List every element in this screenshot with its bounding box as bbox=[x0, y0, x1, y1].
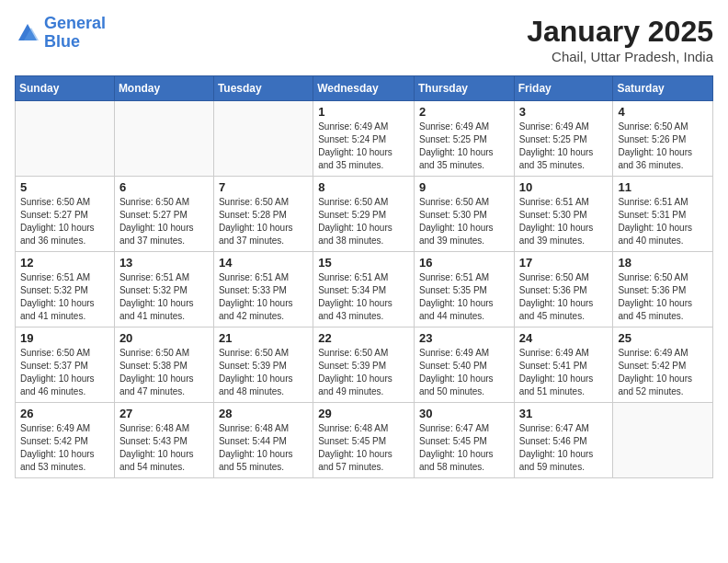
day-number: 24 bbox=[519, 331, 609, 345]
day-number: 13 bbox=[119, 256, 209, 270]
day-number: 16 bbox=[419, 256, 509, 270]
day-info: Sunrise: 6:50 AM Sunset: 5:27 PM Dayligh… bbox=[20, 196, 109, 247]
calendar-cell: 23Sunrise: 6:49 AM Sunset: 5:40 PM Dayli… bbox=[414, 327, 514, 403]
day-number: 14 bbox=[219, 256, 308, 270]
day-info: Sunrise: 6:49 AM Sunset: 5:25 PM Dayligh… bbox=[419, 121, 509, 172]
calendar-cell: 6Sunrise: 6:50 AM Sunset: 5:27 PM Daylig… bbox=[114, 177, 213, 252]
calendar-week-row: 1Sunrise: 6:49 AM Sunset: 5:24 PM Daylig… bbox=[16, 101, 713, 177]
calendar-cell: 8Sunrise: 6:50 AM Sunset: 5:29 PM Daylig… bbox=[313, 177, 415, 252]
calendar-cell: 19Sunrise: 6:50 AM Sunset: 5:37 PM Dayli… bbox=[16, 327, 115, 403]
day-info: Sunrise: 6:47 AM Sunset: 5:46 PM Dayligh… bbox=[519, 422, 609, 474]
day-info: Sunrise: 6:50 AM Sunset: 5:26 PM Dayligh… bbox=[618, 121, 708, 172]
calendar-cell: 26Sunrise: 6:49 AM Sunset: 5:42 PM Dayli… bbox=[16, 403, 115, 478]
logo-icon bbox=[15, 20, 40, 46]
day-number: 17 bbox=[519, 256, 609, 270]
calendar-cell bbox=[213, 101, 313, 177]
day-number: 21 bbox=[219, 331, 308, 345]
day-info: Sunrise: 6:51 AM Sunset: 5:33 PM Dayligh… bbox=[219, 271, 308, 323]
day-number: 9 bbox=[419, 180, 509, 194]
calendar-cell: 5Sunrise: 6:50 AM Sunset: 5:27 PM Daylig… bbox=[16, 177, 115, 252]
calendar-cell: 29Sunrise: 6:48 AM Sunset: 5:45 PM Dayli… bbox=[313, 403, 415, 478]
day-number: 12 bbox=[20, 256, 109, 270]
title-block: January 2025 Chail, Uttar Pradesh, India bbox=[527, 15, 713, 64]
day-number: 11 bbox=[618, 180, 708, 194]
day-number: 1 bbox=[318, 105, 409, 119]
page-header: General Blue January 2025 Chail, Uttar P… bbox=[15, 15, 713, 64]
header-day: Monday bbox=[114, 76, 213, 101]
day-number: 8 bbox=[318, 180, 409, 194]
calendar-table: SundayMondayTuesdayWednesdayThursdayFrid… bbox=[15, 75, 713, 478]
calendar-subtitle: Chail, Uttar Pradesh, India bbox=[527, 49, 713, 64]
day-info: Sunrise: 6:48 AM Sunset: 5:45 PM Dayligh… bbox=[318, 422, 409, 474]
day-number: 4 bbox=[618, 105, 708, 119]
header-row: SundayMondayTuesdayWednesdayThursdayFrid… bbox=[16, 76, 713, 101]
day-number: 26 bbox=[20, 407, 109, 420]
header-day: Saturday bbox=[613, 76, 713, 101]
day-number: 25 bbox=[618, 331, 708, 345]
header-day: Wednesday bbox=[313, 76, 415, 101]
day-info: Sunrise: 6:49 AM Sunset: 5:24 PM Dayligh… bbox=[318, 121, 409, 172]
day-info: Sunrise: 6:49 AM Sunset: 5:42 PM Dayligh… bbox=[618, 347, 708, 398]
day-info: Sunrise: 6:48 AM Sunset: 5:44 PM Dayligh… bbox=[219, 422, 308, 474]
day-info: Sunrise: 6:50 AM Sunset: 5:39 PM Dayligh… bbox=[219, 347, 308, 398]
day-info: Sunrise: 6:50 AM Sunset: 5:38 PM Dayligh… bbox=[119, 347, 209, 398]
header-day: Friday bbox=[514, 76, 613, 101]
calendar-week-row: 12Sunrise: 6:51 AM Sunset: 5:32 PM Dayli… bbox=[16, 252, 713, 327]
day-info: Sunrise: 6:51 AM Sunset: 5:32 PM Dayligh… bbox=[20, 271, 109, 323]
calendar-week-row: 26Sunrise: 6:49 AM Sunset: 5:42 PM Dayli… bbox=[16, 403, 713, 478]
day-info: Sunrise: 6:50 AM Sunset: 5:27 PM Dayligh… bbox=[119, 196, 209, 247]
day-info: Sunrise: 6:48 AM Sunset: 5:43 PM Dayligh… bbox=[119, 422, 209, 474]
header-day: Thursday bbox=[414, 76, 514, 101]
day-info: Sunrise: 6:50 AM Sunset: 5:36 PM Dayligh… bbox=[618, 271, 708, 323]
day-number: 22 bbox=[318, 331, 409, 345]
day-number: 20 bbox=[119, 331, 209, 345]
calendar-cell: 25Sunrise: 6:49 AM Sunset: 5:42 PM Dayli… bbox=[613, 327, 713, 403]
calendar-cell: 28Sunrise: 6:48 AM Sunset: 5:44 PM Dayli… bbox=[213, 403, 313, 478]
calendar-cell: 12Sunrise: 6:51 AM Sunset: 5:32 PM Dayli… bbox=[16, 252, 115, 327]
day-info: Sunrise: 6:51 AM Sunset: 5:30 PM Dayligh… bbox=[519, 196, 609, 247]
calendar-cell: 17Sunrise: 6:50 AM Sunset: 5:36 PM Dayli… bbox=[514, 252, 613, 327]
header-day: Sunday bbox=[16, 76, 115, 101]
calendar-week-row: 5Sunrise: 6:50 AM Sunset: 5:27 PM Daylig… bbox=[16, 177, 713, 252]
day-info: Sunrise: 6:50 AM Sunset: 5:37 PM Dayligh… bbox=[20, 347, 109, 398]
calendar-cell: 13Sunrise: 6:51 AM Sunset: 5:32 PM Dayli… bbox=[114, 252, 213, 327]
day-info: Sunrise: 6:51 AM Sunset: 5:35 PM Dayligh… bbox=[419, 271, 509, 323]
calendar-cell: 16Sunrise: 6:51 AM Sunset: 5:35 PM Dayli… bbox=[414, 252, 514, 327]
calendar-cell: 14Sunrise: 6:51 AM Sunset: 5:33 PM Dayli… bbox=[213, 252, 313, 327]
calendar-cell: 2Sunrise: 6:49 AM Sunset: 5:25 PM Daylig… bbox=[414, 101, 514, 177]
day-number: 15 bbox=[318, 256, 409, 270]
day-number: 30 bbox=[419, 407, 509, 420]
calendar-cell bbox=[16, 101, 115, 177]
day-number: 5 bbox=[20, 180, 109, 194]
calendar-cell: 27Sunrise: 6:48 AM Sunset: 5:43 PM Dayli… bbox=[114, 403, 213, 478]
day-number: 3 bbox=[519, 105, 609, 119]
day-info: Sunrise: 6:51 AM Sunset: 5:32 PM Dayligh… bbox=[119, 271, 209, 323]
calendar-cell: 4Sunrise: 6:50 AM Sunset: 5:26 PM Daylig… bbox=[613, 101, 713, 177]
calendar-cell: 24Sunrise: 6:49 AM Sunset: 5:41 PM Dayli… bbox=[514, 327, 613, 403]
calendar-cell: 11Sunrise: 6:51 AM Sunset: 5:31 PM Dayli… bbox=[613, 177, 713, 252]
logo-general: General bbox=[44, 14, 106, 32]
day-info: Sunrise: 6:51 AM Sunset: 5:31 PM Dayligh… bbox=[618, 196, 708, 247]
calendar-cell: 21Sunrise: 6:50 AM Sunset: 5:39 PM Dayli… bbox=[213, 327, 313, 403]
day-info: Sunrise: 6:49 AM Sunset: 5:40 PM Dayligh… bbox=[419, 347, 509, 398]
day-info: Sunrise: 6:49 AM Sunset: 5:41 PM Dayligh… bbox=[519, 347, 609, 398]
day-number: 19 bbox=[20, 331, 109, 345]
day-info: Sunrise: 6:47 AM Sunset: 5:45 PM Dayligh… bbox=[419, 422, 509, 474]
calendar-cell: 1Sunrise: 6:49 AM Sunset: 5:24 PM Daylig… bbox=[313, 101, 415, 177]
calendar-cell: 7Sunrise: 6:50 AM Sunset: 5:28 PM Daylig… bbox=[213, 177, 313, 252]
calendar-cell: 30Sunrise: 6:47 AM Sunset: 5:45 PM Dayli… bbox=[414, 403, 514, 478]
calendar-cell bbox=[114, 101, 213, 177]
day-number: 29 bbox=[318, 407, 409, 420]
calendar-cell: 18Sunrise: 6:50 AM Sunset: 5:36 PM Dayli… bbox=[613, 252, 713, 327]
day-info: Sunrise: 6:50 AM Sunset: 5:30 PM Dayligh… bbox=[419, 196, 509, 247]
logo-blue: Blue bbox=[44, 32, 80, 51]
calendar-cell: 9Sunrise: 6:50 AM Sunset: 5:30 PM Daylig… bbox=[414, 177, 514, 252]
day-info: Sunrise: 6:50 AM Sunset: 5:36 PM Dayligh… bbox=[519, 271, 609, 323]
calendar-cell: 31Sunrise: 6:47 AM Sunset: 5:46 PM Dayli… bbox=[514, 403, 613, 478]
calendar-cell: 15Sunrise: 6:51 AM Sunset: 5:34 PM Dayli… bbox=[313, 252, 415, 327]
day-info: Sunrise: 6:49 AM Sunset: 5:42 PM Dayligh… bbox=[20, 422, 109, 474]
calendar-cell: 20Sunrise: 6:50 AM Sunset: 5:38 PM Dayli… bbox=[114, 327, 213, 403]
day-number: 7 bbox=[219, 180, 308, 194]
calendar-week-row: 19Sunrise: 6:50 AM Sunset: 5:37 PM Dayli… bbox=[16, 327, 713, 403]
day-info: Sunrise: 6:51 AM Sunset: 5:34 PM Dayligh… bbox=[318, 271, 409, 323]
